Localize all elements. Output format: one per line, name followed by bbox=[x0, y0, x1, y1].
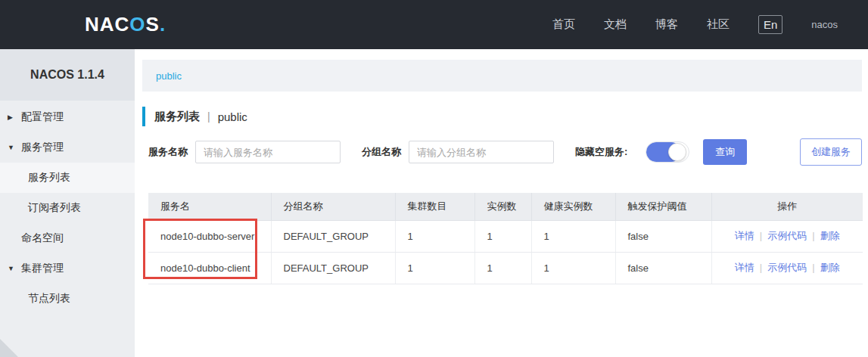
chevron-right-icon: ▶ bbox=[8, 113, 13, 121]
delete-link[interactable]: 删除 bbox=[820, 230, 840, 241]
table-row: node10-dubbo-client DEFAULT_GROUP 1 1 1 … bbox=[148, 252, 863, 284]
service-name-label: 服务名称 bbox=[148, 145, 188, 159]
service-name-input[interactable] bbox=[195, 141, 341, 163]
cell-service-name: node10-dubbo-client bbox=[148, 252, 271, 284]
breadcrumb: public bbox=[142, 60, 862, 92]
action-separator: | bbox=[812, 262, 814, 273]
group-name-label: 分组名称 bbox=[362, 145, 401, 159]
breadcrumb-namespace-link[interactable]: public bbox=[156, 70, 182, 82]
detail-link[interactable]: 详情 bbox=[735, 230, 754, 241]
sidebar-menu: ▶ 配置管理 ▼ 服务管理 服务列表 订阅者列表 命名空间 ▼ 集群管理 节点列… bbox=[0, 101, 135, 314]
title-accent-bar bbox=[142, 107, 145, 126]
sidebar-item-label: 节点列表 bbox=[0, 292, 70, 306]
table-header-row: 服务名 分组名称 集群数目 实例数 健康实例数 触发保护阈值 操作 bbox=[148, 193, 863, 220]
cell-healthy-instance-count: 1 bbox=[531, 252, 615, 284]
sidebar-item-cluster-management[interactable]: ▼ 集群管理 bbox=[0, 253, 135, 284]
hide-empty-service-toggle[interactable] bbox=[646, 141, 689, 163]
page-title-text: 服务列表 bbox=[154, 110, 200, 124]
sample-code-link[interactable]: 示例代码 bbox=[767, 262, 807, 273]
cell-instance-count: 1 bbox=[474, 252, 531, 284]
detail-link[interactable]: 详情 bbox=[735, 262, 754, 273]
chevron-down-icon: ▼ bbox=[8, 144, 14, 151]
logo-s: S bbox=[146, 13, 160, 36]
cell-group-name: DEFAULT_GROUP bbox=[271, 252, 395, 284]
cell-protection-threshold: false bbox=[615, 220, 711, 252]
col-header-protection-threshold: 触发保护阈值 bbox=[615, 193, 711, 220]
action-separator: | bbox=[760, 262, 762, 273]
nav-blog[interactable]: 博客 bbox=[655, 17, 678, 32]
col-header-service-name: 服务名 bbox=[148, 193, 271, 220]
cell-operations: 详情|示例代码|删除 bbox=[711, 252, 863, 284]
hide-empty-service-label: 隐藏空服务: bbox=[575, 145, 627, 159]
sidebar-item-label: 订阅者列表 bbox=[0, 201, 81, 215]
sidebar-item-service-management[interactable]: ▼ 服务管理 bbox=[0, 132, 135, 163]
language-toggle-button[interactable]: En bbox=[758, 15, 782, 34]
sidebar-item-label: 服务列表 bbox=[0, 171, 70, 185]
username-menu[interactable]: nacos bbox=[811, 19, 838, 30]
nav-community[interactable]: 社区 bbox=[707, 17, 730, 32]
sidebar-collapse-fold[interactable] bbox=[0, 339, 18, 357]
toggle-knob bbox=[668, 143, 686, 161]
cell-protection-threshold: false bbox=[615, 252, 711, 284]
cell-instance-count: 1 bbox=[474, 220, 531, 252]
col-header-operations: 操作 bbox=[711, 193, 863, 220]
group-name-input[interactable] bbox=[409, 141, 554, 163]
sidebar-version-header: NACOS 1.1.4 bbox=[0, 49, 135, 101]
search-button[interactable]: 查询 bbox=[703, 139, 747, 165]
nav-docs[interactable]: 文档 bbox=[604, 17, 627, 32]
cell-cluster-count: 1 bbox=[395, 220, 474, 252]
title-namespace: public bbox=[218, 110, 247, 123]
logo-dot: . bbox=[160, 13, 166, 36]
sidebar-item-config-management[interactable]: ▶ 配置管理 bbox=[0, 102, 135, 132]
col-header-instance-count: 实例数 bbox=[474, 193, 531, 220]
sidebar-item-subscriber-list[interactable]: 订阅者列表 bbox=[0, 193, 135, 223]
cell-group-name: DEFAULT_GROUP bbox=[271, 220, 395, 252]
delete-link[interactable]: 删除 bbox=[820, 262, 840, 273]
cell-operations: 详情|示例代码|删除 bbox=[711, 220, 863, 252]
logo-text: NAC bbox=[85, 13, 129, 36]
cell-service-name: node10-dubbo-server bbox=[148, 220, 271, 252]
top-nav: 首页 文档 博客 社区 En nacos bbox=[552, 15, 838, 34]
sidebar: NACOS 1.1.4 ▶ 配置管理 ▼ 服务管理 服务列表 订阅者列表 命名空… bbox=[0, 49, 135, 357]
page-title: 服务列表 | public bbox=[142, 107, 868, 126]
col-header-healthy-instance-count: 健康实例数 bbox=[531, 193, 615, 220]
main-content: public 服务列表 | public 服务名称 分组名称 隐藏空服务: 查询… bbox=[135, 49, 868, 357]
sidebar-item-node-list[interactable]: 节点列表 bbox=[0, 284, 135, 314]
top-navbar: NACOS. 首页 文档 博客 社区 En nacos bbox=[0, 0, 868, 49]
table-row: node10-dubbo-server DEFAULT_GROUP 1 1 1 … bbox=[148, 220, 863, 252]
action-separator: | bbox=[812, 230, 814, 241]
nav-home[interactable]: 首页 bbox=[552, 17, 575, 32]
cell-healthy-instance-count: 1 bbox=[531, 220, 615, 252]
sidebar-item-service-list[interactable]: 服务列表 bbox=[0, 163, 135, 193]
col-header-group-name: 分组名称 bbox=[271, 193, 395, 220]
filter-bar: 服务名称 分组名称 隐藏空服务: 查询 创建服务 bbox=[148, 138, 862, 166]
action-separator: | bbox=[760, 230, 762, 241]
col-header-cluster-count: 集群数目 bbox=[395, 193, 474, 220]
cell-cluster-count: 1 bbox=[395, 252, 474, 284]
logo-o: O bbox=[129, 13, 145, 36]
sidebar-item-namespace[interactable]: 命名空间 bbox=[0, 223, 135, 253]
nacos-logo[interactable]: NACOS. bbox=[85, 13, 166, 36]
title-separator: | bbox=[207, 110, 210, 123]
service-table: 服务名 分组名称 集群数目 实例数 健康实例数 触发保护阈值 操作 node10… bbox=[148, 193, 863, 284]
sample-code-link[interactable]: 示例代码 bbox=[767, 230, 807, 241]
chevron-down-icon: ▼ bbox=[8, 265, 14, 272]
create-service-button[interactable]: 创建服务 bbox=[800, 138, 862, 166]
sidebar-item-label: 命名空间 bbox=[0, 231, 64, 245]
